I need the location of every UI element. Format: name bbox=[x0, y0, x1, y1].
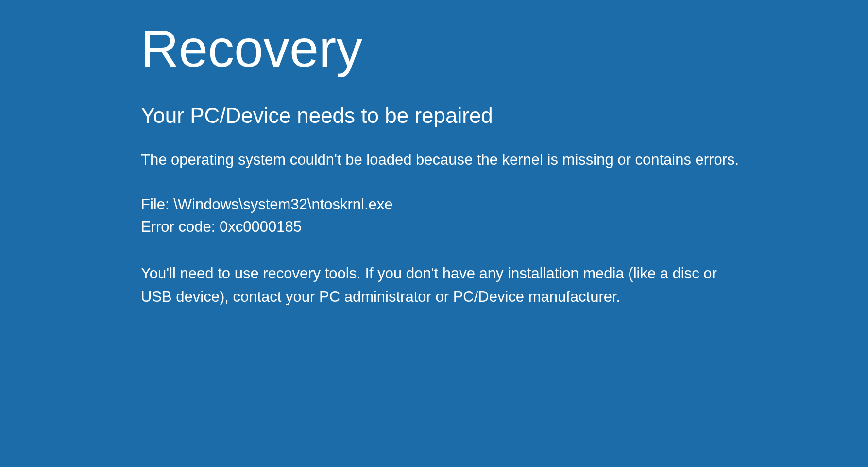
recovery-instructions: You'll need to use recovery tools. If yo… bbox=[141, 262, 743, 309]
recovery-title: Recovery bbox=[141, 17, 748, 80]
recovery-screen: Recovery Your PC/Device needs to be repa… bbox=[0, 0, 777, 309]
recovery-error-code: Error code: 0xc0000185 bbox=[141, 216, 748, 239]
recovery-message: The operating system couldn't be loaded … bbox=[141, 149, 748, 170]
recovery-subtitle: Your PC/Device needs to be repaired bbox=[141, 104, 748, 128]
recovery-file-line: File: \Windows\system32\ntoskrnl.exe bbox=[141, 193, 748, 216]
